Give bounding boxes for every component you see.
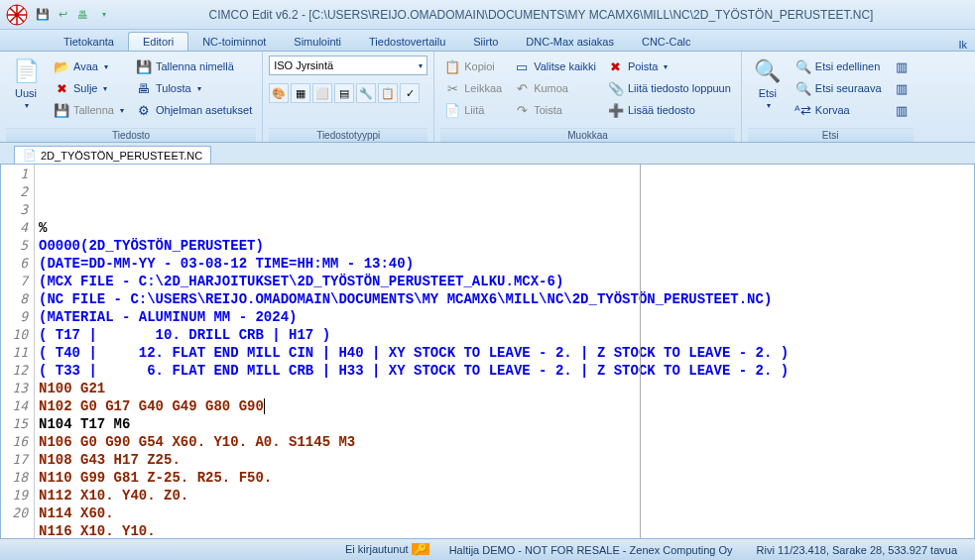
code-line[interactable]: N102 G0 G17 G40 G49 G80 G90 [39,397,970,415]
code-line[interactable]: (MATERIAL - ALUMINUM MM - 2024) [39,308,970,326]
delete-button[interactable]: ✖Poista▾ [604,56,735,77]
group-muokkaa: 📋Kopioi ✂Leikkaa 📄Liitä ▭Valitse kaikki … [434,52,742,142]
print-button[interactable]: 🖶Tulosta▾ [132,77,256,99]
code-area[interactable]: %O0000(2D_TYÖSTÖN_PERUSTEET)(DATE=DD-MM-… [35,165,974,538]
cut-icon: ✂ [444,80,460,96]
settings-button[interactable]: ⚙Ohjelman asetukset [132,99,256,121]
tab-dnc-max[interactable]: DNC-Max asiakas [512,33,628,51]
code-line[interactable]: N104 T17 M6 [39,415,970,433]
doc-icon: 📄 [23,149,37,162]
find-ext-3[interactable]: ▥ [890,99,914,121]
tab-tiedostovertailu[interactable]: Tiedostovertailu [355,33,459,51]
code-line[interactable]: N100 G21 [39,380,970,397]
line-number: 14 [1,397,28,415]
code-line[interactable]: N116 X10. Y10. [39,522,970,538]
find-ext-icon: ▥ [894,58,910,74]
line-number: 16 [1,433,28,451]
line-number: 19 [1,487,28,504]
line-number: 9 [1,308,28,326]
type-icon-1[interactable]: 🎨 [269,83,289,103]
line-number: 12 [1,362,28,380]
redo-button[interactable]: ↷Toista [510,99,600,121]
line-number: 13 [1,380,28,397]
qat-save-icon[interactable]: 💾 [34,6,52,24]
close-button[interactable]: ✖Sulje▾ [50,77,128,99]
chevron-down-icon: ▾ [419,61,423,70]
line-number: 4 [1,219,28,237]
cut-button[interactable]: ✂Leikkaa [440,77,506,99]
code-line[interactable]: ( T17 | 10. DRILL CRB | H17 ) [39,326,970,344]
find-button[interactable]: 🔍 Etsi ▾ [748,56,788,112]
find-ext-2[interactable]: ▥ [890,77,914,99]
append-button[interactable]: 📎Liitä tiedosto loppuun [604,77,735,99]
doc-tab-label: 2D_TYÖSTÖN_PERUSTEET.NC [41,150,202,162]
type-icon-row: 🎨 ▦ ⬜ ▤ 🔧 📋 ✓ [269,83,427,103]
insert-button[interactable]: ➕Lisää tiedosto [604,99,735,121]
type-icon-5[interactable]: 🔧 [356,83,376,103]
qat-print-icon[interactable]: 🖶 [73,6,91,24]
type-icon-6[interactable]: 📋 [378,83,398,103]
copy-button[interactable]: 📋Kopioi [440,56,506,77]
code-line[interactable]: N112 X10. Y40. Z0. [39,487,970,504]
tab-nc-toiminnot[interactable]: NC-toiminnot [188,33,280,51]
qat-dropdown-icon[interactable]: ▾ [95,6,113,24]
replace-button[interactable]: ᴬ⇄Korvaa [792,99,886,121]
line-number: 15 [1,415,28,433]
open-button[interactable]: 📂Avaa▾ [50,56,128,77]
type-icon-3[interactable]: ⬜ [312,83,332,103]
code-line[interactable]: (DATE=DD-MM-YY - 03-08-12 TIME=HH:MM - 1… [39,255,970,273]
key-icon: 🔑 [412,543,429,555]
tab-editori[interactable]: Editori [128,32,188,51]
insert-icon: ➕ [608,102,624,118]
replace-icon: ᴬ⇄ [795,102,811,118]
tab-overflow[interactable]: Ik [958,39,975,51]
code-line[interactable]: N106 G0 G90 G54 X60. Y10. A0. S1145 M3 [39,433,970,451]
open-icon: 📂 [54,58,69,74]
status-login: Ei kirjautunut 🔑 [335,543,439,556]
chevron-down-icon: ▾ [25,101,29,110]
line-number: 11 [1,344,28,362]
filetype-combo[interactable]: ISO Jyrsintä ▾ [269,56,427,75]
ribbon: 📄 Uusi ▾ 📂Avaa▾ ✖Sulje▾ 💾Tallenna▾ 💾Tall… [0,52,975,143]
find-prev-button[interactable]: 🔍Etsi edellinen [792,56,886,77]
code-line[interactable]: (NC FILE - C:\USERS\REIJO.OMADOMAIN\DOCU… [39,290,970,308]
find-ext-1[interactable]: ▥ [890,56,914,77]
status-position: Rivi 11/23.418, Sarake 28, 533.927 tavua [747,544,967,556]
code-line[interactable]: ( T33 | 6. FLAT END MILL CRB | H33 | XY … [39,362,970,380]
save-button[interactable]: 💾Tallenna▾ [50,99,128,121]
saveas-button[interactable]: 💾Tallenna nimellä [132,56,256,77]
code-line[interactable]: N108 G43 H17 Z25. [39,451,970,469]
code-line[interactable]: O0000(2D_TYÖSTÖN_PERUSTEET) [39,237,970,255]
group-title-type: Tiedostotyyppi [269,128,427,142]
tab-cnc-calc[interactable]: CNC-Calc [628,33,705,51]
code-line[interactable]: ( T40 | 12. FLAT END MILL CIN | H40 | XY… [39,344,970,362]
code-line[interactable]: N110 G99 G81 Z-25. R25. F50. [39,469,970,487]
search-icon: 🔍 [754,57,782,85]
saveas-icon: 💾 [136,58,152,74]
line-gutter: 1234567891011121314151617181920 [1,165,35,538]
tab-tietokanta[interactable]: Tietokanta [50,33,128,51]
group-title-etsi: Etsi [748,128,914,142]
app-icon[interactable] [6,4,28,26]
type-icon-7[interactable]: ✓ [400,83,420,103]
code-line[interactable]: N114 X60. [39,504,970,522]
code-line[interactable]: (MCX FILE - C:\2D_HARJOITUKSET\2D_TYÖSTÖ… [39,273,970,290]
paste-button[interactable]: 📄Liitä [440,99,506,121]
document-tab[interactable]: 📄 2D_TYÖSTÖN_PERUSTEET.NC [14,146,211,164]
selectall-button[interactable]: ▭Valitse kaikki [510,56,600,77]
qat-undo-icon[interactable]: ↩ [54,6,71,24]
gear-icon: ⚙ [136,102,152,118]
find-next-button[interactable]: 🔍Etsi seuraava [792,77,886,99]
type-icon-4[interactable]: ▤ [334,83,354,103]
line-number: 2 [1,183,28,201]
type-icon-2[interactable]: ▦ [291,83,310,103]
tab-siirto[interactable]: Siirto [459,33,512,51]
new-button[interactable]: 📄 Uusi ▾ [6,56,46,112]
code-line[interactable]: % [39,219,970,237]
split-divider[interactable] [640,165,641,538]
new-file-icon: 📄 [12,57,40,85]
append-icon: 📎 [608,80,624,96]
tab-simulointi[interactable]: Simulointi [280,33,355,51]
copy-icon: 📋 [444,58,460,74]
undo-button[interactable]: ↶Kumoa [510,77,600,99]
